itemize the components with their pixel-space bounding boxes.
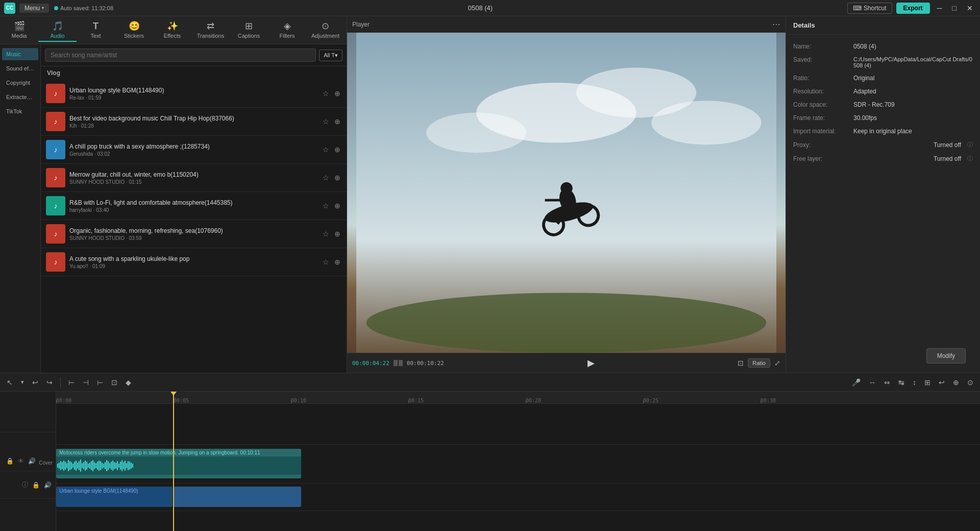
sidebar-item-sound-effects[interactable]: Sound effe...	[2, 62, 38, 75]
music-subtitle: SUNNY HOOD STUDIO · 01:15	[69, 179, 317, 185]
audio-track-vol-icon[interactable]: 🔊	[43, 480, 53, 490]
waveform-bar	[112, 461, 113, 471]
add-to-timeline-button[interactable]: ⊕	[333, 144, 341, 155]
waveform-bar	[111, 462, 112, 470]
add-to-timeline-button[interactable]: ⊕	[333, 88, 341, 99]
modify-button[interactable]: Modify	[926, 348, 966, 364]
list-item[interactable]: ♪ Organic, fashionable, morning, refresh…	[41, 220, 347, 248]
play-button[interactable]: ▶	[585, 356, 597, 370]
shortcut-button[interactable]: ⌨ Shortcut	[847, 3, 892, 14]
tool-transitions[interactable]: ⇄ Transitions	[191, 18, 230, 42]
video-waveform	[56, 456, 301, 475]
music-category-label: Music	[6, 51, 21, 57]
list-item[interactable]: ♪ Merrow guitar, chill out, winter, emo …	[41, 164, 347, 192]
fullscreen-fit-button[interactable]: ⊡	[738, 359, 744, 367]
waveform-bar	[117, 461, 118, 470]
music-thumbnail: ♪	[46, 84, 65, 103]
favorite-button[interactable]: ☆	[322, 88, 330, 99]
waveform-bar	[66, 463, 67, 468]
timeline-tool3[interactable]: ↹	[896, 377, 907, 388]
track-eye-icon[interactable]: 👁	[17, 456, 25, 466]
split-button[interactable]: ⊢	[66, 377, 77, 388]
favorite-button[interactable]: ☆	[322, 201, 330, 211]
add-to-timeline-button[interactable]: ⊕	[333, 257, 341, 267]
timeline-tool2[interactable]: ⇔	[881, 377, 893, 388]
menu-button[interactable]: Menu ▾	[19, 4, 49, 13]
select-mode-button[interactable]: ▾	[18, 377, 27, 387]
timeline-scroll[interactable]: 00:00 00:05 00:10 00:15 00:20 00:25 00:3…	[56, 392, 980, 531]
select-tool-button[interactable]: ↖	[4, 377, 15, 388]
list-item[interactable]: ♪ R&B with Lo-Fi, light and comfortable …	[41, 192, 347, 220]
timeline-tool6[interactable]: ↩	[936, 377, 947, 388]
timeline-tool8[interactable]: ⊙	[965, 377, 976, 388]
trim-right-button[interactable]: ⊢	[94, 377, 106, 388]
all-filter-button[interactable]: All T▾	[319, 50, 342, 61]
add-to-timeline-button[interactable]: ⊕	[333, 229, 341, 239]
list-item[interactable]: ♪ Best for video background music Chill …	[41, 108, 347, 136]
sidebar-item-tiktok[interactable]: TikTok	[2, 105, 38, 117]
delete-button[interactable]: ⊡	[109, 377, 120, 388]
marker-button[interactable]: ◆	[123, 377, 134, 388]
fullscreen-button[interactable]: ⤢	[774, 359, 780, 367]
add-to-timeline-button[interactable]: ⊕	[333, 201, 341, 211]
tool-text[interactable]: T Text	[77, 18, 115, 42]
minimize-button[interactable]: ─	[934, 4, 945, 12]
audio-clip-right[interactable]	[174, 487, 301, 507]
close-button[interactable]: ✕	[964, 4, 976, 12]
trim-left-button[interactable]: ⊣	[80, 377, 91, 388]
player-menu-button[interactable]: ⋯	[772, 19, 780, 29]
autosave-text: Auto saved: 11:32:08	[60, 5, 113, 11]
tool-stickers[interactable]: 😊 Stickers	[115, 18, 153, 42]
track-audio-icon[interactable]: 🔊	[27, 456, 37, 466]
sidebar-item-copyright[interactable]: Copyright	[2, 77, 38, 89]
redo-button[interactable]: ↪	[44, 377, 55, 388]
tool-audio[interactable]: 🎵 Audio	[38, 18, 77, 42]
track-lock-icon[interactable]: 🔒	[5, 456, 15, 466]
detail-value-ratio: Original	[853, 75, 973, 82]
timeline-tool7[interactable]: ⊕	[950, 377, 962, 388]
ruler-mark: 00:20	[526, 398, 541, 403]
detail-value-name: 0508 (4)	[853, 43, 973, 50]
favorite-button[interactable]: ☆	[322, 173, 330, 183]
sidebar-item-music[interactable]: Music	[2, 48, 38, 60]
list-item[interactable]: ♪ A cute song with a sparkling ukulele-l…	[41, 248, 347, 276]
tool-effects[interactable]: ✨ Effects	[153, 18, 191, 42]
video-clip[interactable]: Motocross riders overcome the jump in sl…	[56, 449, 301, 478]
copyright-label: Copyright	[6, 80, 30, 86]
list-item[interactable]: ♪ Urban lounge style BGM(1148490) Re-lax…	[41, 80, 347, 108]
freelayer-info-icon[interactable]: ⓘ	[967, 155, 973, 162]
proxy-info-icon[interactable]: ⓘ	[967, 141, 973, 149]
tool-captions[interactable]: ⊞ Captions	[230, 18, 268, 42]
music-subtitle: Gerushida · 03:02	[69, 151, 317, 157]
undo-button[interactable]: ↩	[30, 377, 41, 388]
tool-filters[interactable]: ◈ Filters	[268, 18, 306, 42]
add-to-timeline-button[interactable]: ⊕	[333, 116, 341, 127]
add-to-timeline-button[interactable]: ⊕	[333, 173, 341, 183]
audio-clip-left[interactable]: Urban lounge style BGM(1148490)	[56, 487, 173, 507]
timeline-tool1[interactable]: ↔	[866, 377, 878, 388]
list-item[interactable]: ♪ A chill pop truck with a sexy atmosphe…	[41, 136, 347, 164]
autosave-dot	[54, 6, 58, 10]
sidebar-item-extracted[interactable]: Extracted a...	[2, 91, 38, 103]
timeline-tool4[interactable]: ↕	[910, 377, 919, 388]
detail-row-name: Name: 0508 (4)	[786, 40, 980, 53]
audio-track-lock-icon[interactable]: 🔒	[31, 480, 41, 490]
favorite-button[interactable]: ☆	[322, 229, 330, 239]
tool-media[interactable]: 🎬 Media	[0, 18, 38, 42]
favorite-button[interactable]: ☆	[322, 257, 330, 267]
waveform-bar	[91, 461, 92, 470]
favorite-button[interactable]: ☆	[322, 144, 330, 155]
tool-adjustment[interactable]: ⊙ Adjustment	[306, 18, 345, 42]
ruler-mark: 00:15	[408, 398, 424, 403]
microphone-button[interactable]: 🎤	[849, 377, 863, 388]
favorite-button[interactable]: ☆	[322, 116, 330, 127]
time-bar	[394, 360, 403, 366]
timeline-tool5[interactable]: ⊞	[922, 377, 933, 388]
waveform-bar	[79, 461, 80, 470]
audio-track-info-icon[interactable]: ⓘ	[21, 479, 29, 490]
export-button[interactable]: Export	[896, 3, 930, 14]
ratio-button[interactable]: Ratio	[748, 358, 770, 368]
detail-label-ratio: Ratio:	[793, 75, 849, 82]
maximize-button[interactable]: □	[949, 4, 960, 12]
search-input[interactable]	[45, 49, 316, 62]
